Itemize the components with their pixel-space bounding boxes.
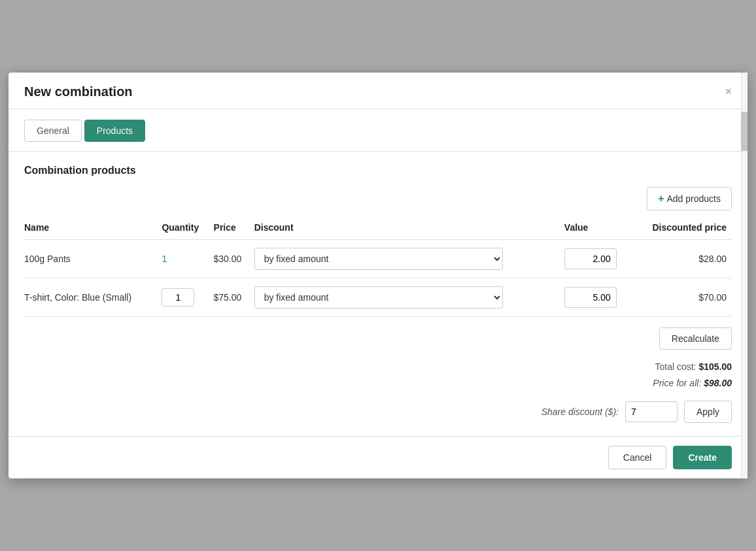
product-discount-2: by fixed amount by percentage to fixed p… <box>254 278 564 316</box>
totals-area: Total cost: $105.00 Price for all: $98.0… <box>24 359 732 392</box>
col-header-discounted-price: Discounted price <box>634 217 732 240</box>
col-header-value: Value <box>564 217 635 240</box>
col-header-quantity: Quantity <box>162 217 213 240</box>
modal-header: New combination × <box>9 73 747 109</box>
quantity-input-2[interactable] <box>162 288 194 307</box>
price-for-all: Price for all: $98.00 <box>24 375 732 392</box>
plus-icon: + <box>658 193 664 205</box>
add-products-label: Add products <box>667 193 721 204</box>
create-button[interactable]: Create <box>673 446 732 469</box>
tab-products[interactable]: Products <box>84 120 145 142</box>
modal-body: General Products Combination products + … <box>9 109 747 436</box>
products-table: Name Quantity Price Discount Value Disco… <box>24 217 732 317</box>
share-discount-label: Share discount ($): <box>541 407 619 417</box>
value-input-2[interactable] <box>564 287 617 308</box>
share-discount-row: Share discount ($): Apply <box>24 401 732 423</box>
product-discounted-price-2: $70.00 <box>634 278 732 316</box>
table-row: 100g Pants 1 $30.00 by fixed amount <box>24 239 732 278</box>
table-row: T-shirt, Color: Blue (Small) $75.00 by f… <box>24 278 732 316</box>
col-header-name: Name <box>24 217 162 240</box>
product-quantity-1: 1 <box>162 239 213 278</box>
product-value-2 <box>564 278 635 316</box>
add-products-button[interactable]: + Add products <box>647 187 732 210</box>
table-header-row: Name Quantity Price Discount Value Disco… <box>24 217 732 240</box>
discount-select-1[interactable]: by fixed amount by percentage to fixed p… <box>254 248 503 270</box>
value-input-1[interactable] <box>564 248 617 269</box>
product-price-1: $30.00 <box>214 239 254 278</box>
content-area: Combination products + Add products Name… <box>9 152 747 436</box>
apply-button[interactable]: Apply <box>684 401 732 423</box>
recalculate-button[interactable]: Recalculate <box>659 327 732 350</box>
tab-general[interactable]: General <box>24 120 82 142</box>
share-discount-input[interactable] <box>625 401 678 422</box>
total-cost: Total cost: $105.00 <box>24 359 732 375</box>
modal-footer: Cancel Create <box>9 436 747 478</box>
col-header-discount: Discount <box>254 217 564 240</box>
tabs-container: General Products <box>9 109 747 142</box>
product-quantity-2 <box>162 278 213 316</box>
product-price-2: $75.00 <box>214 278 254 316</box>
add-products-row: + Add products <box>24 187 732 210</box>
product-value-1 <box>564 239 635 278</box>
section-title: Combination products <box>24 165 732 176</box>
modal-title: New combination <box>24 84 133 99</box>
product-name-2: T-shirt, Color: Blue (Small) <box>24 278 162 316</box>
modal: New combination × General Products Combi… <box>9 73 747 478</box>
product-name-1: 100g Pants <box>24 239 162 278</box>
discount-select-2[interactable]: by fixed amount by percentage to fixed p… <box>254 286 503 309</box>
scrollbar-track[interactable] <box>741 73 747 478</box>
close-button[interactable]: × <box>725 86 732 97</box>
col-header-price: Price <box>214 217 254 240</box>
modal-overlay: New combination × General Products Combi… <box>0 0 756 551</box>
cancel-button[interactable]: Cancel <box>608 446 667 469</box>
product-discount-1: by fixed amount by percentage to fixed p… <box>254 239 564 278</box>
scrollbar-thumb[interactable] <box>741 112 747 151</box>
recalculate-row: Recalculate <box>24 327 732 350</box>
product-discounted-price-1: $28.00 <box>634 239 732 278</box>
